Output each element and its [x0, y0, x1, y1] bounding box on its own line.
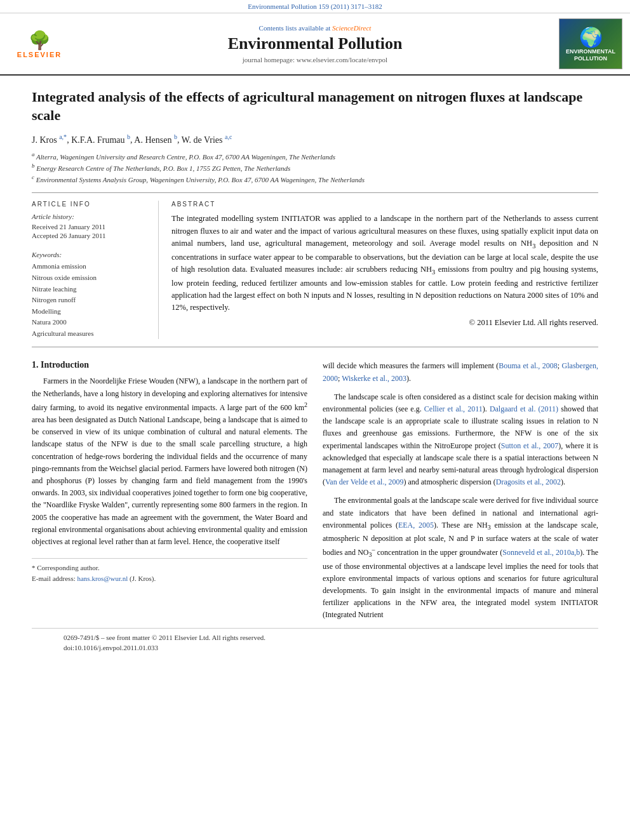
- body-divider: [32, 347, 598, 347]
- article-title: Integrated analysis of the effects of ag…: [32, 88, 598, 124]
- journal-center: Contents lists available at ScienceDirec…: [77, 24, 553, 63]
- ref-wiskerke2003[interactable]: Wiskerke et al., 2003: [342, 374, 406, 383]
- ep-logo-text: ENVIRONMENTALPOLLUTION: [566, 48, 615, 62]
- right-para-2: The landscape scale is often considered …: [323, 391, 598, 489]
- info-abstract-section: ARTICLE INFO Article history: Received 2…: [32, 201, 598, 339]
- abstract-text: The integrated modelling system INITIATO…: [171, 213, 598, 329]
- keyword-4: Nitrogen runoff: [32, 295, 152, 306]
- body-content: 1. Introduction Farmers in the Noordelij…: [32, 360, 598, 627]
- ref-dalgaard2011[interactable]: Dalgaard et al. (2011): [490, 404, 558, 413]
- affiliations: a Alterra, Wageningen University and Res…: [32, 150, 598, 185]
- elsevier-tree-icon: 🌳: [29, 30, 51, 51]
- keywords-label: Keywords:: [32, 251, 152, 258]
- corresponding-note: * Corresponding author.: [32, 563, 307, 573]
- abstract-header: ABSTRACT: [171, 201, 598, 208]
- footnote-section: * Corresponding author. E-mail address: …: [32, 558, 307, 583]
- issn-text: 0269-7491/$ – see front matter © 2011 El…: [64, 632, 566, 643]
- right-para-3: The environmental goals at the landscape…: [323, 495, 598, 621]
- ref-efa2005[interactable]: EEA, 2005: [398, 521, 434, 530]
- ref-sonneveld2010[interactable]: Sonneveld et al., 2010a,b: [502, 548, 580, 557]
- doi-text: doi:10.1016/j.envpol.2011.01.033: [64, 643, 566, 653]
- sciencedirect-brand: ScienceDirect: [332, 24, 371, 32]
- intro-para-1: Farmers in the Noordelijke Friese Wouden…: [32, 375, 307, 548]
- journal-citation: Environmental Pollution 159 (2011) 3171–…: [0, 0, 630, 13]
- authors: J. Kros a,*, K.F.A. Frumau b, A. Hensen …: [32, 133, 598, 145]
- right-column-text: will decide which measures the farmers w…: [323, 360, 598, 621]
- accepted-date: Accepted 26 January 2011: [32, 232, 152, 239]
- keyword-6: Natura 2000: [32, 317, 152, 328]
- paper-content: Integrated analysis of the effects of ag…: [0, 76, 630, 670]
- keyword-3: Nitrate leaching: [32, 284, 152, 295]
- affiliation-a: a Alterra, Wageningen University and Res…: [32, 150, 598, 162]
- elsevier-logo-area: 🌳 ELSEVIER: [8, 27, 71, 62]
- ref-dragosits2002[interactable]: Dragosits et al., 2002: [496, 477, 561, 486]
- globe-icon: 🌍: [579, 26, 603, 48]
- abstract-section: ABSTRACT The integrated modelling system…: [171, 201, 598, 339]
- right-para-1: will decide which measures the farmers w…: [323, 360, 598, 384]
- keywords-list: Ammonia emission Nitrous oxide emission …: [32, 261, 152, 339]
- ref-sutton2007[interactable]: Sutton et al., 2007: [501, 441, 558, 450]
- copyright-text: © 2011 Elsevier Ltd. All rights reserved…: [171, 317, 598, 329]
- keyword-1: Ammonia emission: [32, 261, 152, 272]
- affiliation-b: b Energy Research Centre of The Netherla…: [32, 162, 598, 173]
- ref-bouma2008[interactable]: Bouma et al., 2008: [499, 361, 557, 370]
- article-info: ARTICLE INFO Article history: Received 2…: [32, 201, 159, 339]
- affiliation-c: c Environmental Systems Analysis Group, …: [32, 173, 598, 185]
- bottom-bar: 0269-7491/$ – see front matter © 2011 El…: [32, 628, 598, 657]
- journal-header: 🌳 ELSEVIER Contents lists available at S…: [0, 13, 630, 76]
- ref-cellier2011[interactable]: Cellier et al., 2011: [424, 404, 483, 413]
- email-note: E-mail address: hans.kros@wur.nl (J. Kro…: [32, 573, 307, 584]
- journal-logo-right: 🌍 ENVIRONMENTALPOLLUTION: [559, 18, 622, 69]
- citation-text: Environmental Pollution 159 (2011) 3171–…: [248, 3, 382, 10]
- article-info-header: ARTICLE INFO: [32, 201, 152, 208]
- received-date: Received 21 January 2011: [32, 223, 152, 230]
- history-label: Article history:: [32, 213, 152, 220]
- sciencedirect-link[interactable]: Contents lists available at ScienceDirec…: [77, 24, 553, 32]
- elsevier-logo: 🌳 ELSEVIER: [11, 27, 68, 62]
- email-link[interactable]: hans.kros@wur.nl: [77, 575, 128, 582]
- ref-vandervelde2009[interactable]: Van der Velde et al., 2009: [325, 477, 403, 486]
- journal-homepage: journal homepage: www.elsevier.com/locat…: [77, 56, 553, 63]
- keyword-5: Modelling: [32, 306, 152, 317]
- keyword-2: Nitrous oxide emission: [32, 272, 152, 284]
- header-divider: [32, 192, 598, 193]
- introduction-title: 1. Introduction: [32, 360, 307, 370]
- elsevier-brand: ELSEVIER: [17, 51, 62, 58]
- body-left-column: 1. Introduction Farmers in the Noordelij…: [32, 360, 307, 627]
- body-right-column: will decide which measures the farmers w…: [323, 360, 598, 627]
- journal-title: Environmental Pollution: [77, 34, 553, 53]
- introduction-text: Farmers in the Noordelijke Friese Wouden…: [32, 375, 307, 548]
- keyword-7: Agricultural measures: [32, 328, 152, 340]
